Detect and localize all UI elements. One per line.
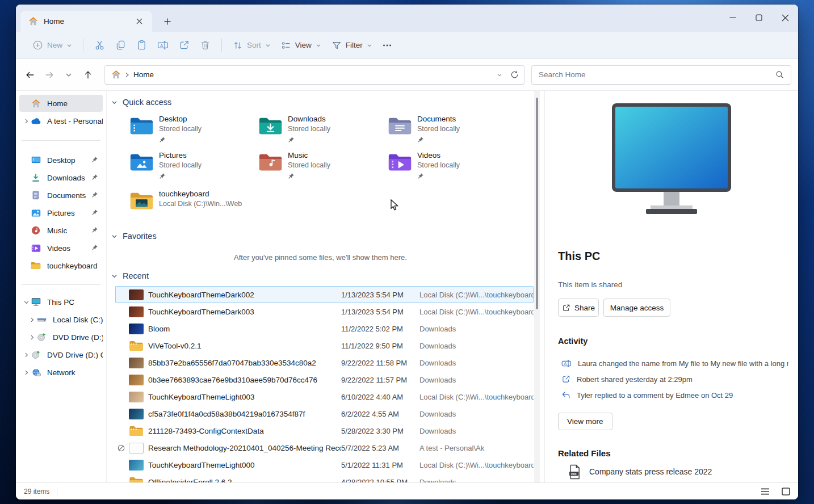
chevron-right-icon[interactable] bbox=[22, 352, 31, 358]
back-button[interactable] bbox=[20, 65, 40, 85]
file-date-modified: 6/10/2022 4:40 AM bbox=[341, 393, 419, 401]
chevron-right-icon[interactable] bbox=[22, 119, 31, 124]
command-toolbar: New A Sort View Filter bbox=[16, 32, 798, 59]
close-button[interactable] bbox=[772, 5, 798, 31]
see-more-button[interactable] bbox=[377, 37, 397, 54]
scrollbar-thumb[interactable] bbox=[536, 98, 538, 309]
activity-heading: Activity bbox=[558, 337, 588, 346]
quick-access-tile-touchkeyboard[interactable]: touchkeyboardLocal Disk (C:)\Win...\Web bbox=[129, 190, 255, 222]
filter-button[interactable]: Filter bbox=[326, 36, 377, 54]
share-button[interactable]: Share bbox=[558, 299, 599, 317]
file-date-modified: 11/1/2022 9:50 PM bbox=[341, 342, 419, 350]
file-date-modified: 5/28/2022 3:30 PM bbox=[341, 427, 419, 435]
tab-home[interactable]: Home bbox=[20, 11, 152, 32]
folder-subtitle: Stored locally bbox=[417, 161, 460, 169]
filter-button-label: Filter bbox=[346, 41, 363, 49]
sidebar-item-label: DVD Drive (D:) CCC bbox=[47, 351, 103, 359]
chevron-right-icon[interactable] bbox=[27, 317, 36, 322]
paste-button[interactable] bbox=[131, 36, 152, 54]
quick-access-tile-desktop[interactable]: DesktopStored locally bbox=[129, 115, 255, 148]
status-bar: 29 items bbox=[16, 482, 798, 499]
sidebar-item-desktop[interactable]: Desktop bbox=[19, 152, 103, 169]
recent-file-row[interactable]: ViVeTool-v0.2.111/1/2022 9:50 PMDownload… bbox=[115, 337, 534, 354]
share-button-label: Share bbox=[574, 304, 595, 312]
copy-button[interactable] bbox=[110, 36, 131, 54]
refresh-icon[interactable] bbox=[510, 70, 519, 79]
recent-file-row[interactable]: TouchKeyboardThemeDark0031/13/2023 5:54 … bbox=[115, 303, 534, 320]
rename-button[interactable]: A bbox=[152, 36, 174, 54]
sidebar-item-downloads[interactable]: Downloads bbox=[19, 169, 103, 186]
cut-button[interactable] bbox=[89, 36, 110, 54]
scrollbar[interactable] bbox=[534, 91, 540, 482]
recent-file-row[interactable]: 211128-73493-ConfigContextData5/28/2022 … bbox=[115, 422, 534, 439]
recent-file-row[interactable]: OfflineInsiderEnroll 2.6.24/28/2022 10:5… bbox=[115, 473, 534, 482]
chevron-right-icon[interactable] bbox=[22, 370, 31, 375]
sidebar-item-home[interactable]: Home bbox=[19, 95, 103, 112]
recent-file-row[interactable]: cf5a73fe0f1f4a0cd58a38b04219a0167354f87f… bbox=[115, 405, 534, 422]
activity-item[interactable]: ALaura changed the name from My file to … bbox=[561, 355, 788, 371]
quick-access-tile-downloads[interactable]: DownloadsStored locally bbox=[258, 115, 384, 148]
file-location: Downloads bbox=[419, 376, 534, 384]
details-view-toggle[interactable] bbox=[760, 486, 771, 497]
chevron-down-icon bbox=[316, 43, 321, 48]
view-button[interactable]: View bbox=[276, 36, 326, 54]
share-button[interactable] bbox=[174, 36, 195, 54]
recent-file-row[interactable]: TouchKeyboardThemeDark0021/13/2023 5:54 … bbox=[115, 286, 534, 303]
quick-access-tile-pictures[interactable]: PicturesStored locally bbox=[129, 151, 255, 184]
recent-locations-button[interactable] bbox=[59, 65, 78, 85]
quick-access-tile-videos[interactable]: VideosStored locally bbox=[388, 151, 514, 184]
file-location: Downloads bbox=[419, 478, 534, 483]
recent-file-row[interactable]: TouchKeyboardThemeLight0036/10/2022 4:40… bbox=[115, 388, 534, 405]
folder-subtitle: Stored locally bbox=[159, 161, 202, 169]
new-tab-button[interactable] bbox=[160, 14, 175, 29]
quick-access-tile-documents[interactable]: DocumentsStored locally bbox=[388, 115, 514, 148]
quick-access-tile-text: DesktopStored locally bbox=[159, 115, 202, 148]
forward-button[interactable] bbox=[40, 65, 59, 85]
sidebar-item-a-test-personal[interactable]: A test - Personal bbox=[19, 112, 103, 129]
new-button[interactable]: New bbox=[27, 36, 77, 54]
qa-pictures-icon bbox=[129, 152, 154, 173]
related-file-item[interactable]: PDFCompany stats press release 2022 bbox=[568, 463, 784, 480]
delete-button[interactable] bbox=[195, 36, 216, 54]
address-bar[interactable]: Home bbox=[104, 65, 525, 85]
maximize-button[interactable] bbox=[746, 5, 772, 31]
recent-file-row[interactable]: Research Methodology-20210401_040256-Mee… bbox=[115, 439, 534, 456]
sidebar-item-dvd-drive-d-ccc[interactable]: DVD Drive (D:) CCC bbox=[19, 346, 103, 363]
sidebar-item-videos[interactable]: Videos bbox=[19, 240, 103, 257]
minimize-button[interactable] bbox=[720, 5, 746, 31]
recent-file-row[interactable]: Bloom11/2/2022 5:02 PMDownloads bbox=[115, 320, 534, 337]
section-favorites[interactable]: Favorites bbox=[111, 232, 157, 241]
view-more-button[interactable]: View more bbox=[558, 413, 612, 430]
chevron-down-icon[interactable] bbox=[22, 300, 31, 305]
shared-status-text: This item is shared bbox=[558, 280, 622, 289]
tab-close-icon[interactable] bbox=[132, 14, 146, 29]
section-recent[interactable]: Recent bbox=[111, 271, 149, 280]
address-dropdown-icon[interactable] bbox=[497, 72, 502, 78]
breadcrumb[interactable]: Home bbox=[133, 70, 154, 79]
chevron-right-icon[interactable] bbox=[27, 335, 36, 340]
sidebar-item-pictures[interactable]: Pictures bbox=[19, 204, 103, 221]
folder-icon bbox=[129, 476, 148, 483]
large-icons-view-toggle[interactable] bbox=[780, 486, 791, 497]
recent-file-row[interactable]: 85bb37e2ba65556f7da07047bab330e3534c80a2… bbox=[115, 354, 534, 371]
home-icon bbox=[31, 98, 41, 108]
sidebar-item-music[interactable]: Music bbox=[19, 222, 103, 239]
up-button[interactable] bbox=[78, 65, 98, 85]
sidebar-item-documents[interactable]: Documents bbox=[19, 187, 103, 204]
video-icon bbox=[129, 443, 148, 453]
sidebar-item-network[interactable]: Network bbox=[19, 364, 103, 381]
activity-item[interactable]: Robert shared yesterday at 2:29pm bbox=[561, 371, 788, 387]
section-quick-access[interactable]: Quick access bbox=[111, 98, 171, 107]
manage-access-button[interactable]: Manage access bbox=[603, 299, 670, 317]
quick-access-tile-music[interactable]: MusicStored locally bbox=[258, 151, 384, 184]
sidebar-item-dvd-drive-d-cc[interactable]: DVD Drive (D:) CC bbox=[19, 329, 103, 346]
sidebar-item-this-pc[interactable]: This PC bbox=[19, 293, 103, 310]
file-thumbnail bbox=[129, 409, 148, 419]
recent-file-row[interactable]: 0b3ee7663893cae76e9bd310aee59b70d76cc476… bbox=[115, 371, 534, 388]
activity-item[interactable]: Tyler replied to a comment by Edmee on O… bbox=[561, 387, 788, 403]
sort-button[interactable]: Sort bbox=[228, 36, 276, 54]
recent-file-row[interactable]: TouchKeyboardThemeLight0005/1/2022 11:31… bbox=[115, 456, 534, 473]
search-input[interactable]: Search Home bbox=[531, 65, 791, 85]
sidebar-item-local-disk-c[interactable]: Local Disk (C:) bbox=[19, 311, 103, 328]
sidebar-item-touchkeyboard[interactable]: touchkeyboard bbox=[19, 257, 103, 274]
